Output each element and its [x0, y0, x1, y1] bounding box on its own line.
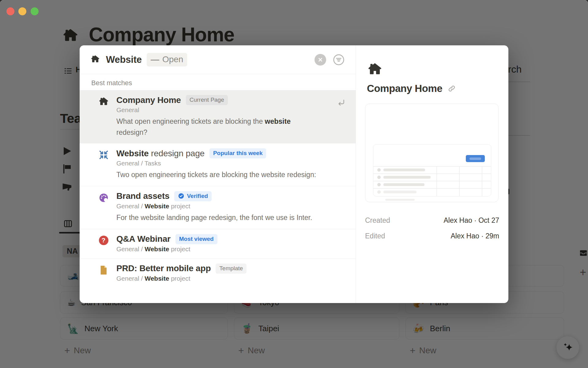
created-row: Created Alex Hao · Oct 27 — [365, 216, 499, 225]
edited-label: Edited — [365, 232, 385, 240]
result-title: Q&A Webinar — [116, 234, 171, 244]
result-breadcrumb: General / Tasks — [116, 160, 316, 167]
result-breadcrumb: General — [116, 106, 318, 114]
preview-skeleton — [373, 144, 491, 196]
search-modal: Website —Open Best matches Company HomeC… — [80, 45, 508, 303]
palette-icon — [99, 193, 109, 203]
result-context: What open engineering tickets are blocki… — [116, 116, 318, 138]
result-title: Website redesign page — [116, 149, 205, 158]
search-result-prd-better-mobile-app[interactable]: PRD: Better mobile appTemplateGeneral / … — [80, 258, 356, 288]
search-result-brand-assets[interactable]: Brand assetsVerifiedGeneral / Website pr… — [80, 186, 356, 229]
filter-button[interactable] — [332, 53, 345, 66]
document-icon — [99, 265, 108, 275]
zoom-window-button[interactable] — [31, 7, 39, 15]
autocomplete-hint: —Open — [147, 53, 187, 66]
preview-skeleton-bar — [385, 199, 415, 201]
minimize-window-button[interactable] — [18, 7, 26, 15]
result-breadcrumb: General / Website project — [116, 275, 247, 282]
verified-icon — [178, 193, 184, 199]
results-section-label: Best matches — [80, 74, 356, 90]
search-input[interactable]: Website — [106, 54, 142, 65]
result-badge: Template — [216, 264, 247, 274]
home-icon — [99, 97, 109, 107]
result-title: PRD: Better mobile app — [116, 264, 211, 273]
question-mark-icon: ? — [99, 236, 108, 245]
result-title: Company Home — [116, 95, 181, 105]
result-badge: Current Page — [186, 95, 228, 105]
copy-link-icon[interactable] — [448, 85, 456, 93]
search-results-pane: Website —Open Best matches Company HomeC… — [80, 45, 356, 303]
result-badge: Verified — [174, 191, 212, 201]
search-result-qa-webinar[interactable]: ?Q&A WebinarMost viewedGeneral / Website… — [80, 229, 356, 258]
preview-panel: Company Home — [356, 45, 508, 303]
return-key-icon — [336, 98, 346, 109]
close-icon — [318, 57, 323, 63]
close-window-button[interactable] — [6, 7, 14, 15]
home-icon — [91, 55, 100, 65]
clear-search-button[interactable] — [315, 54, 326, 66]
preview-blue-button — [466, 155, 485, 162]
result-context: For the website landing page redesign, t… — [116, 212, 312, 223]
window-controls — [0, 0, 43, 18]
edited-value: Alex Hao · 29m — [450, 232, 499, 240]
result-context: Two open engineering tickets are blockin… — [116, 169, 316, 180]
created-value: Alex Hao · Oct 27 — [443, 216, 499, 225]
collapse-arrows-icon — [99, 150, 109, 160]
result-badge: Popular this week — [209, 148, 266, 158]
search-result-company-home[interactable]: Company HomeCurrent PageGeneralWhat open… — [80, 90, 356, 143]
filter-icon — [332, 53, 345, 66]
app-window: Company Home H Tea NA arch + 🎿☕San Franc… — [0, 0, 588, 368]
result-title: Brand assets — [116, 191, 169, 201]
edited-row: Edited Alex Hao · 29m — [365, 232, 499, 240]
search-result-website-redesign-page[interactable]: Website redesign pagePopular this weekGe… — [80, 143, 356, 186]
result-breadcrumb: General / Website project — [116, 245, 217, 253]
search-bar[interactable]: Website —Open — [80, 45, 356, 74]
home-icon — [368, 62, 508, 78]
result-breadcrumb: General / Website project — [116, 203, 312, 210]
preview-page-title: Company Home — [367, 83, 442, 94]
page-preview-thumbnail — [365, 104, 499, 202]
created-label: Created — [365, 216, 390, 225]
result-badge: Most viewed — [175, 234, 217, 244]
